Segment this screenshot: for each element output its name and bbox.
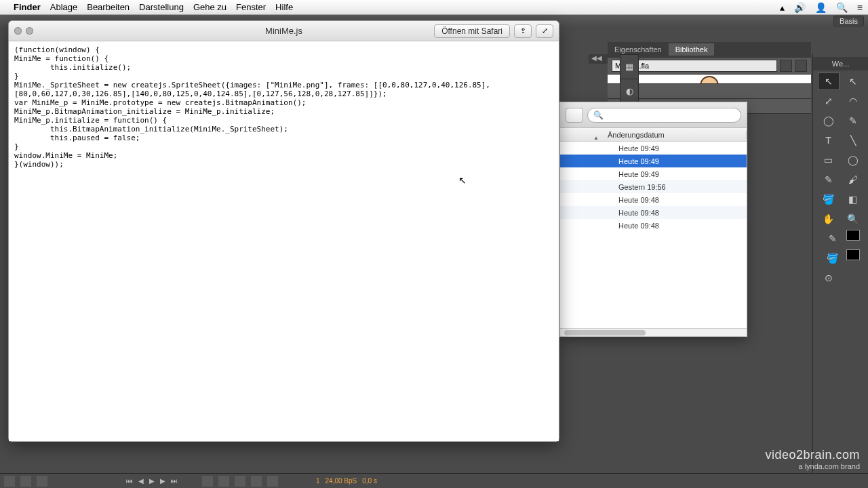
text-tool-icon[interactable]: T	[818, 131, 840, 149]
finder-row[interactable]: Heute 09:48	[560, 206, 747, 219]
elapsed-time: 0,0 s	[362, 477, 377, 485]
paint-bucket-tool-icon[interactable]: 🪣	[818, 190, 840, 208]
menu-bearbeiten[interactable]: Bearbeiten	[87, 2, 130, 12]
user-icon[interactable]: 👤	[815, 2, 827, 13]
quicklook-window: MiniMe.js Öffnen mit Safari ⇪ ⤢ (functio…	[8, 20, 559, 442]
rectangle-tool-icon[interactable]: ▭	[818, 151, 840, 169]
pen-tool-icon[interactable]: ✎	[842, 112, 864, 129]
finder-row[interactable]: Heute 09:49	[560, 142, 747, 155]
scrollbar-thumb[interactable]	[564, 330, 646, 336]
menu-gehezu[interactable]: Gehe zu	[193, 2, 226, 12]
3d-rotation-tool-icon[interactable]: ◯	[818, 112, 840, 129]
watermark-brand: video2brain.com	[765, 448, 860, 462]
finder-col-date[interactable]: Änderungsdatum	[604, 131, 747, 139]
search-icon: 🔍	[593, 110, 604, 120]
fps-label: 24,00 BpS	[326, 477, 357, 485]
center-frame-icon[interactable]	[251, 476, 262, 487]
selection-tool-icon[interactable]: ↖	[818, 73, 840, 90]
close-button[interactable]	[14, 27, 22, 35]
onion-outlines-icon[interactable]	[218, 476, 229, 487]
hand-tool-icon[interactable]: ✋	[818, 210, 840, 228]
sort-asc-icon: ▲	[593, 135, 599, 141]
watermark: video2brain.com a lynda.com brand	[765, 448, 860, 470]
menubar: Finder Ablage Bearbeiten Darstellung Geh…	[0, 0, 868, 15]
fullscreen-icon[interactable]: ⤢	[536, 24, 553, 38]
pin-icon[interactable]	[780, 60, 792, 72]
delete-layer-icon[interactable]	[37, 476, 47, 487]
subselection-tool-icon[interactable]: ↖	[842, 73, 864, 90]
menu-hilfe[interactable]: Hilfe	[275, 2, 293, 12]
snap-tool-icon[interactable]: ⊙	[818, 269, 840, 287]
panel-toggle-2[interactable]: ◐	[620, 79, 638, 104]
menuextra-icon[interactable]: ▴	[780, 2, 785, 13]
playback-play-icon[interactable]: ▶	[149, 477, 155, 485]
finder-rows: Heute 09:49Heute 09:49Heute 09:49Gestern…	[560, 142, 747, 328]
finder-toolbar: 🔍	[560, 102, 747, 128]
brush-tool-icon[interactable]: 🖌	[842, 171, 864, 188]
new-folder-icon[interactable]	[20, 476, 31, 487]
stroke-color-icon[interactable]: ✎	[822, 230, 844, 247]
playback-first-icon[interactable]: ⏮	[126, 477, 133, 485]
options-icon[interactable]	[842, 269, 864, 287]
edit-markers-icon[interactable]	[235, 476, 245, 487]
ink-bottle-tool-icon[interactable]: ◧	[842, 190, 864, 208]
playback-prev-icon[interactable]: ◀	[138, 477, 144, 485]
lasso-tool-icon[interactable]: ◠	[842, 92, 864, 110]
loop-icon[interactable]	[267, 476, 278, 487]
fill-swatch[interactable]	[846, 249, 860, 260]
new-library-icon[interactable]	[795, 60, 807, 72]
current-frame: 1	[316, 477, 320, 485]
playback-last-icon[interactable]: ⏭	[171, 477, 178, 485]
finder-hscrollbar[interactable]	[560, 328, 747, 336]
finder-row[interactable]: Heute 09:48	[560, 219, 747, 232]
preview-character-head	[700, 76, 719, 84]
finder-row[interactable]: Heute 09:49	[560, 167, 747, 180]
fill-color-icon[interactable]: 🪣	[822, 249, 844, 267]
watermark-tagline: a lynda.com brand	[765, 462, 860, 470]
open-with-safari-button[interactable]: Öffnen mit Safari	[434, 24, 510, 38]
timeline-bar: ⏮ ◀ ▶ ▶ ⏭ 1 24,00 BpS 0,0 s	[0, 473, 868, 488]
quicklook-code-content: (function(window) { MiniMe = function() …	[9, 41, 559, 441]
finder-row[interactable]: Gestern 19:56	[560, 180, 747, 193]
finder-row[interactable]: Heute 09:48	[560, 193, 747, 206]
collapse-left-icon[interactable]: ◀◀	[591, 54, 602, 64]
quicklook-title: MiniMe.js	[265, 26, 302, 36]
new-layer-icon[interactable]	[4, 476, 15, 487]
notification-center-icon[interactable]: ≡	[857, 2, 863, 13]
finder-toolbar-button[interactable]	[566, 108, 583, 123]
menu-fenster[interactable]: Fenster	[236, 2, 266, 12]
menu-darstellung[interactable]: Darstellung	[139, 2, 184, 12]
tools-panel: We... ↖↖ ⤢◠ ◯✎ T╲ ▭◯ ✎🖌 🪣◧ ✋🔍 ✎ 🪣 ⊙	[812, 54, 868, 488]
app-name[interactable]: Finder	[14, 2, 41, 12]
line-tool-icon[interactable]: ╲	[842, 131, 864, 149]
stroke-swatch[interactable]	[846, 230, 860, 241]
zoom-tool-icon[interactable]: 🔍	[842, 210, 864, 228]
menu-ablage[interactable]: Ablage	[50, 2, 77, 12]
pencil-tool-icon[interactable]: ✎	[818, 171, 840, 188]
playback-next-icon[interactable]: ▶	[160, 477, 165, 485]
spotlight-icon[interactable]: 🔍	[836, 2, 848, 13]
free-transform-tool-icon[interactable]: ⤢	[818, 92, 840, 110]
finder-window: 🔍 ▲ Änderungsdatum Heute 09:49Heute 09:4…	[559, 102, 747, 337]
oval-tool-icon[interactable]: ◯	[842, 151, 864, 169]
finder-column-headers: ▲ Änderungsdatum	[560, 128, 747, 142]
finder-row[interactable]: Heute 09:49	[560, 155, 747, 167]
add-button[interactable]	[26, 27, 33, 35]
tab-bibliothek[interactable]: Bibliothek	[669, 43, 715, 56]
share-icon[interactable]: ⇪	[514, 24, 532, 38]
quicklook-titlebar: MiniMe.js Öffnen mit Safari ⇪ ⤢	[9, 21, 559, 41]
tools-tab[interactable]: We...	[813, 57, 868, 70]
workspace-mode[interactable]: Basis	[833, 16, 864, 26]
finder-search-field[interactable]: 🔍	[587, 108, 741, 123]
volume-icon[interactable]: 🔊	[794, 2, 806, 13]
onion-skin-icon[interactable]	[202, 476, 213, 487]
panel-toggle-1[interactable]: ▦	[620, 55, 638, 79]
